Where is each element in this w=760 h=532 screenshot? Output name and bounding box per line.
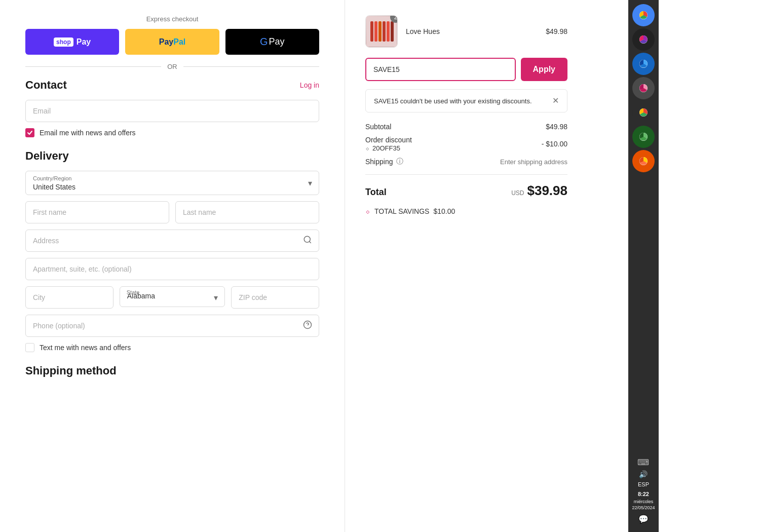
shop-pay-button[interactable]: shop Pay: [25, 29, 119, 55]
state-field: State Alabama ▾: [120, 286, 225, 309]
product-price: $49.98: [546, 27, 567, 35]
savings-label: TOTAL SAVINGS: [374, 207, 429, 215]
product-row: 2 Love Hues $49.98: [365, 15, 567, 48]
shop-pay-logo: shop Pay: [54, 37, 91, 47]
total-row: Total USD $39.98: [365, 174, 567, 199]
browser-icon-2[interactable]: [632, 28, 655, 51]
svg-rect-7: [378, 21, 382, 42]
shipping-label-group: Shipping ⓘ: [365, 157, 403, 166]
state-label: State: [127, 289, 140, 295]
delivery-section: Delivery Country/Region United States ▾: [25, 149, 319, 352]
discount-input[interactable]: [365, 58, 516, 81]
phone-input[interactable]: [25, 315, 319, 337]
email-checkbox-row: Email me with news and offers: [25, 128, 319, 137]
phone-group: [25, 315, 319, 337]
chrome-icon-7: [636, 154, 651, 168]
text-checkbox-label: Text me with news and offers: [40, 344, 131, 352]
contact-title: Contact: [25, 79, 67, 92]
address-group: [25, 230, 319, 252]
delivery-title: Delivery: [25, 149, 319, 163]
zip-field: [231, 286, 319, 309]
total-amount: $39.98: [527, 183, 567, 199]
shipping-method-section: Shipping method: [25, 364, 319, 377]
total-price: USD $39.98: [511, 183, 567, 199]
browser-icon-5[interactable]: [632, 101, 655, 124]
apply-button[interactable]: Apply: [521, 58, 567, 81]
order-discount-label: Order discount: [365, 136, 412, 144]
text-checkbox[interactable]: [25, 343, 34, 352]
subtotal-label: Subtotal: [365, 123, 391, 131]
text-checkbox-row: Text me with news and offers: [25, 343, 319, 352]
city-input[interactable]: [25, 286, 113, 309]
apt-group: [25, 258, 319, 280]
error-close-button[interactable]: ✕: [552, 97, 559, 105]
express-buttons: shop Pay PayPal G Pay: [25, 29, 319, 55]
savings-row: ⬦ TOTAL SAVINGS $10.00: [365, 207, 567, 216]
clock: 8:22 miércoles 22/05/2024: [632, 490, 655, 511]
country-chevron-icon: ▾: [308, 178, 312, 188]
checkout-form: Express checkout shop Pay PayPal G: [0, 0, 345, 532]
speaker-icon[interactable]: 🔊: [639, 470, 648, 478]
subtotal-row: Subtotal $49.98: [365, 123, 567, 131]
chat-icon[interactable]: 💬: [638, 514, 649, 524]
discount-row: Apply: [365, 58, 567, 81]
browser-icon-1[interactable]: [632, 4, 655, 26]
last-name-input[interactable]: [175, 201, 319, 223]
country-value: United States: [33, 183, 75, 191]
savings-amount: $10.00: [433, 207, 455, 215]
first-name-input[interactable]: [25, 201, 169, 223]
name-row: [25, 201, 319, 223]
tag-icon: ⬦: [365, 144, 369, 152]
shipping-label: Shipping: [365, 158, 393, 166]
contact-header: Contact Log in: [25, 79, 319, 92]
total-label: Total: [365, 187, 387, 198]
keyboard-icon[interactable]: ⌨: [637, 458, 649, 467]
savings-tag-icon: ⬦: [365, 207, 370, 216]
address-input[interactable]: [25, 230, 319, 252]
discount-input-wrapper: [365, 58, 516, 81]
svg-rect-6: [374, 21, 377, 42]
express-checkout-label: Express checkout: [25, 15, 319, 23]
log-in-link[interactable]: Log in: [300, 81, 319, 89]
country-select[interactable]: Country/Region United States ▾: [25, 171, 319, 195]
chrome-icon-6: [636, 130, 651, 144]
total-currency: USD: [511, 189, 524, 197]
browser-sidebar: ⌨ 🔊 ESP 8:22 miércoles 22/05/2024 💬: [628, 0, 659, 532]
contact-section: Contact Log in Email me with news and of…: [25, 79, 319, 137]
error-message: SAVE15 couldn't be used with your existi…: [374, 97, 532, 105]
browser-icon-6[interactable]: [632, 126, 655, 148]
product-thumbnail: 2: [365, 15, 398, 48]
subtotal-value: $49.98: [546, 123, 567, 131]
city-field: [25, 286, 113, 309]
gpay-button[interactable]: G Pay: [225, 29, 319, 55]
product-name: Love Hues: [406, 27, 538, 35]
order-summary: 2 Love Hues $49.98 Apply SAVE15 couldn't…: [345, 0, 588, 532]
shipping-row: Shipping ⓘ Enter shipping address: [365, 157, 567, 166]
order-discount-left: Order discount ⬦ 20OFF35: [365, 136, 412, 152]
gpay-logo: G Pay: [260, 36, 285, 48]
chrome-icon: [636, 8, 651, 22]
country-label: Country/Region: [33, 175, 75, 181]
browser-icon-3[interactable]: [632, 53, 655, 75]
chrome-icon-2: [636, 32, 651, 47]
check-icon: [27, 130, 33, 136]
email-checkbox[interactable]: [25, 128, 34, 137]
browser-icon-4[interactable]: [632, 77, 655, 99]
discount-amount: - $10.00: [542, 140, 567, 148]
zip-input[interactable]: [231, 286, 319, 309]
language-indicator: ESP: [638, 481, 649, 487]
city-state-zip-row: State Alabama ▾: [25, 286, 319, 309]
browser-icon-7[interactable]: [632, 150, 655, 172]
chrome-icon-3: [636, 57, 651, 71]
paypal-button[interactable]: PayPal: [125, 29, 219, 55]
paypal-logo: PayPal: [159, 37, 185, 47]
svg-rect-8: [383, 21, 386, 42]
error-banner: SAVE15 couldn't be used with your existi…: [365, 89, 567, 112]
email-checkbox-label: Email me with news and offers: [40, 129, 136, 137]
express-checkout-section: Express checkout shop Pay PayPal G: [25, 15, 319, 70]
shipping-method-title: Shipping method: [25, 364, 319, 377]
shipping-info-text: Enter shipping address: [500, 158, 567, 166]
apt-input[interactable]: [25, 258, 319, 280]
country-select-container: Country/Region United States ▾: [25, 171, 319, 195]
email-input[interactable]: [25, 100, 319, 122]
